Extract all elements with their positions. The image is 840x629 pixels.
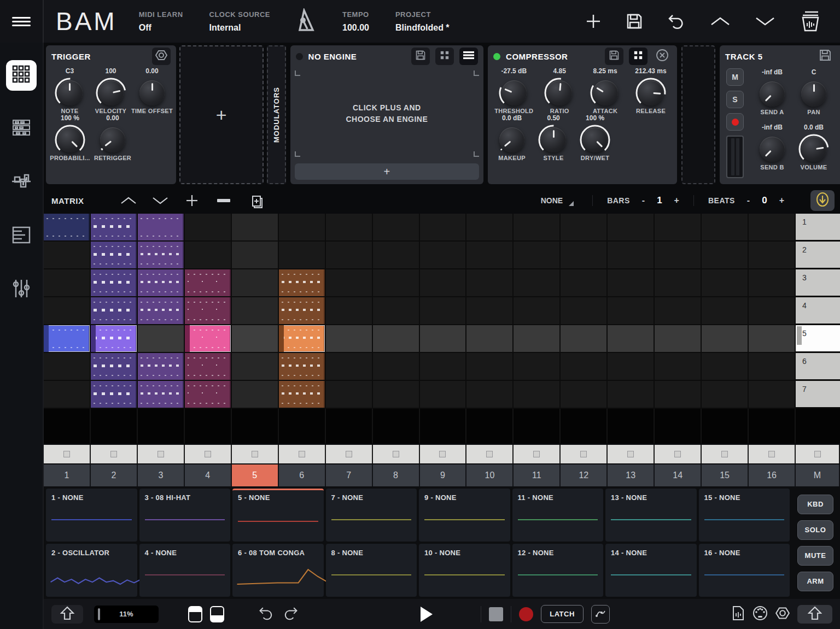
pattern-select-button[interactable]: 11 [514, 465, 561, 486]
attack-knob[interactable]: 8.25 ms ATTACK [585, 67, 626, 114]
clip-slot[interactable] [185, 242, 232, 269]
clip-slot[interactable] [91, 325, 138, 353]
clip-slot[interactable] [91, 381, 138, 409]
clip[interactable] [138, 353, 184, 380]
midi-learn-field[interactable]: MIDI LEARN Off [139, 10, 183, 33]
pattern-select-button[interactable]: 6 [279, 465, 326, 486]
send-b-knob[interactable]: -inf dB SEND B [751, 124, 793, 179]
knob-dial[interactable] [547, 80, 572, 105]
knob-dial[interactable] [139, 80, 165, 105]
clip-slot[interactable] [232, 269, 279, 297]
clip-slot[interactable] [561, 325, 608, 353]
knob-dial[interactable] [541, 127, 566, 152]
scene-button[interactable]: 4 [796, 297, 840, 325]
clip-slot[interactable] [466, 381, 514, 409]
clip[interactable] [138, 381, 184, 408]
clip-slot[interactable] [185, 353, 232, 381]
clip-slot[interactable] [749, 353, 796, 381]
clip[interactable] [279, 297, 325, 324]
knob-dial[interactable] [98, 80, 124, 105]
clip-slot[interactable] [655, 214, 702, 242]
clip-slot[interactable] [373, 353, 420, 381]
clip[interactable] [185, 297, 231, 324]
engine-grid-view-button[interactable] [435, 48, 454, 65]
clip-slot[interactable] [138, 325, 185, 353]
clip[interactable] [91, 242, 137, 268]
clip-slot[interactable] [91, 242, 138, 269]
clip[interactable] [91, 325, 137, 352]
knob-dial[interactable] [593, 80, 618, 105]
clip-slot[interactable] [608, 353, 655, 381]
track-save-button[interactable] [816, 48, 835, 65]
clip-slot[interactable] [373, 242, 420, 269]
track-card[interactable]: 7 - NONE [326, 489, 417, 542]
arm-button[interactable]: ARM [797, 572, 833, 591]
record-button[interactable] [519, 607, 533, 621]
clip-slot[interactable] [655, 325, 702, 353]
clip-slot[interactable] [232, 381, 279, 409]
pattern-checkbox[interactable] [702, 445, 749, 463]
clip-slot[interactable] [514, 353, 561, 381]
clip-slot[interactable] [44, 297, 91, 325]
clip-slot[interactable] [420, 242, 467, 269]
stop-button[interactable] [489, 607, 503, 621]
panel-top-toggle-icon[interactable] [188, 606, 202, 622]
clip-slot[interactable] [326, 214, 373, 242]
beats-plus-button[interactable]: + [779, 196, 784, 205]
knob-dial[interactable] [760, 81, 785, 107]
clip-slot[interactable] [655, 242, 702, 269]
engine-drop-area[interactable]: CLICK PLUS AND CHOOSE AN ENGINE [290, 67, 483, 160]
clip-slot[interactable] [749, 297, 796, 325]
project-field[interactable]: PROJECT Blindfolded * [395, 10, 450, 33]
pattern-checkbox[interactable] [138, 445, 185, 463]
clip-slot[interactable] [420, 297, 467, 325]
track-card[interactable]: 14 - NONE [605, 544, 697, 597]
pattern-select-button[interactable]: M [796, 465, 840, 486]
knob-dial[interactable] [760, 137, 785, 162]
clip-slot[interactable] [44, 214, 91, 242]
audio-export-button[interactable] [732, 605, 745, 624]
remove-scene-icon[interactable] [212, 198, 236, 203]
clip-slot[interactable] [326, 381, 373, 409]
track-arm-button[interactable] [726, 113, 744, 131]
clip-slot[interactable] [279, 325, 326, 353]
beats-minus-button[interactable]: - [747, 196, 750, 205]
knob-dial[interactable] [57, 127, 83, 152]
pattern-checkbox[interactable] [655, 445, 702, 463]
volume-knob[interactable]: 0.0 dB VOLUME [793, 124, 835, 179]
compressor-grid-view-button[interactable] [629, 48, 648, 65]
clip[interactable] [185, 353, 231, 380]
metronome-icon[interactable] [296, 8, 318, 34]
pattern-checkbox[interactable] [420, 445, 467, 463]
scene-button[interactable]: 3 [796, 269, 840, 297]
track-card[interactable]: 5 - NONE [232, 489, 324, 542]
pattern-select-button[interactable]: 4 [185, 465, 232, 486]
style-knob[interactable]: 0.50 STYLE [533, 114, 574, 161]
clip-slot[interactable] [138, 381, 185, 409]
clip-slot[interactable] [279, 381, 326, 409]
clip[interactable] [138, 214, 184, 240]
clip-slot[interactable] [91, 214, 138, 242]
scene-button[interactable]: 5 [796, 325, 840, 353]
automation-button[interactable] [591, 605, 610, 624]
track-card[interactable]: 12 - NONE [512, 544, 604, 597]
track-card[interactable]: 1 - NONE [46, 489, 137, 542]
clip[interactable] [138, 297, 184, 324]
track-card[interactable]: 4 - NONE [139, 544, 231, 597]
pattern-select-button[interactable]: 12 [561, 465, 608, 486]
track-card[interactable]: 11 - NONE [512, 489, 604, 542]
pattern-select-button[interactable]: 8 [373, 465, 420, 486]
undo-icon[interactable] [667, 12, 686, 31]
clip-slot[interactable] [561, 242, 608, 269]
clip-slot[interactable] [514, 214, 561, 242]
shift-right-button[interactable] [797, 605, 832, 624]
modulator-add-slot[interactable]: + [179, 45, 264, 184]
clip[interactable] [91, 269, 137, 296]
clip-slot[interactable] [702, 381, 749, 409]
send-a-knob[interactable]: -inf dB SEND A [751, 68, 793, 124]
pattern-checkbox[interactable] [561, 445, 608, 463]
clip-slot[interactable] [420, 214, 467, 242]
clip-slot[interactable] [373, 381, 420, 409]
bars-minus-button[interactable]: - [642, 196, 645, 205]
clip-slot[interactable] [655, 297, 702, 325]
